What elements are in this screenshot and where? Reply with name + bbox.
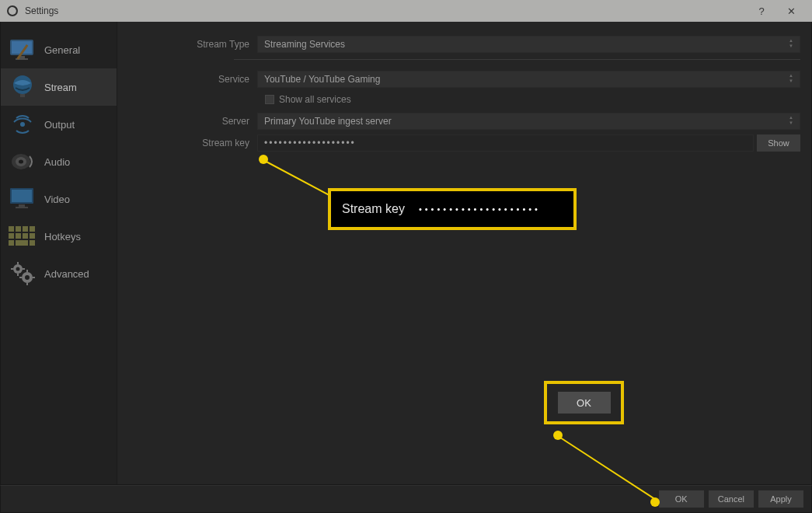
dropdown-spinner-icon: ▲▼: [789, 38, 796, 48]
row-stream-type: Stream Type Streaming Services ▲▼: [117, 34, 800, 54]
svg-point-12: [19, 160, 23, 164]
svg-rect-36: [26, 270, 28, 272]
sidebar-item-label: Advanced: [44, 268, 89, 280]
divider: [234, 59, 800, 60]
label-stream-type: Stream Type: [117, 39, 257, 50]
select-stream-type[interactable]: Streaming Services ▲▼: [257, 36, 800, 53]
sidebar-item-audio[interactable]: Audio: [1, 143, 117, 180]
svg-rect-37: [26, 283, 28, 285]
sidebar-item-label: Video: [44, 194, 70, 205]
svg-rect-15: [19, 204, 25, 207]
svg-rect-14: [12, 190, 32, 202]
sidebar-item-stream[interactable]: Stream: [1, 68, 117, 106]
annotation-dots: ••••••••••••••••••••: [419, 204, 541, 214]
svg-rect-33: [17, 274, 19, 276]
svg-rect-17: [9, 226, 14, 232]
value: •••••••••••••••••••: [264, 138, 356, 148]
sidebar-item-output[interactable]: Output: [1, 106, 117, 143]
input-stream-key[interactable]: •••••••••••••••••••: [257, 134, 754, 152]
screen-icon: [9, 185, 37, 213]
value: Primary YouTube ingest server: [264, 116, 392, 127]
svg-rect-18: [16, 226, 21, 232]
value: YouTube / YouTube Gaming: [264, 74, 380, 85]
svg-rect-34: [11, 268, 13, 270]
svg-rect-20: [30, 226, 35, 232]
monitor-icon: [9, 36, 37, 64]
row-stream-key: Stream key ••••••••••••••••••• Show: [117, 133, 800, 153]
annotation-label: Stream key: [342, 202, 405, 216]
value: Streaming Services: [264, 39, 345, 50]
main-panel: General Stream Output Audio Video: [0, 22, 812, 485]
sidebar-item-label: General: [44, 44, 80, 56]
svg-rect-24: [30, 233, 35, 239]
svg-rect-26: [16, 240, 28, 246]
svg-point-31: [25, 275, 30, 280]
annotation-stream-key: Stream key ••••••••••••••••••••: [328, 188, 577, 230]
label-server: Server: [117, 116, 257, 127]
svg-rect-25: [9, 240, 14, 246]
gears-icon: [9, 260, 37, 288]
row-server: Server Primary YouTube ingest server ▲▼: [117, 111, 800, 131]
svg-rect-27: [30, 240, 35, 246]
svg-rect-23: [23, 233, 28, 239]
help-button[interactable]: ?: [747, 0, 776, 22]
select-service[interactable]: YouTube / YouTube Gaming ▲▼: [257, 71, 800, 88]
sidebar-item-video[interactable]: Video: [1, 180, 117, 218]
keyboard-icon: [9, 222, 37, 250]
globe-icon: [9, 73, 37, 101]
annotation-dot: [259, 155, 268, 164]
svg-rect-21: [9, 233, 14, 239]
svg-rect-19: [23, 226, 28, 232]
svg-rect-8: [20, 94, 25, 97]
svg-rect-39: [33, 277, 35, 278]
row-show-all-services: Show all services: [117, 91, 800, 108]
sidebar-item-label: Audio: [44, 156, 70, 168]
ok-button[interactable]: OK: [659, 490, 704, 508]
dropdown-spinner-icon: ▲▼: [789, 73, 796, 83]
annotation-ok-button: OK: [558, 392, 611, 414]
close-button[interactable]: ✕: [776, 0, 806, 22]
svg-rect-22: [16, 233, 21, 239]
label-show-all-services: Show all services: [279, 94, 351, 105]
speaker-icon: [9, 148, 37, 176]
svg-rect-35: [23, 268, 25, 270]
settings-content: Stream Type Streaming Services ▲▼ Servic…: [117, 22, 811, 484]
sidebar-item-general[interactable]: General: [1, 31, 117, 68]
svg-rect-38: [19, 277, 22, 278]
cancel-button[interactable]: Cancel: [709, 490, 754, 508]
window-title: Settings: [25, 5, 58, 16]
label-service: Service: [117, 74, 257, 85]
sidebar-item-advanced[interactable]: Advanced: [1, 255, 117, 292]
sidebar-item-hotkeys[interactable]: Hotkeys: [1, 218, 117, 255]
footer: OK Cancel Apply: [0, 485, 812, 513]
svg-rect-16: [16, 207, 28, 208]
svg-point-29: [16, 267, 20, 271]
sidebar: General Stream Output Audio Video: [1, 22, 117, 484]
titlebar: Settings ? ✕: [0, 0, 812, 22]
svg-point-9: [20, 122, 25, 127]
obs-app-icon: [6, 5, 19, 17]
annotation-dot: [650, 497, 660, 507]
dropdown-spinner-icon: ▲▼: [789, 115, 796, 125]
show-stream-key-button[interactable]: Show: [757, 134, 800, 152]
sidebar-item-label: Stream: [44, 82, 77, 93]
sidebar-item-label: Hotkeys: [44, 231, 81, 243]
svg-rect-32: [17, 262, 19, 264]
apply-button[interactable]: Apply: [758, 490, 803, 508]
annotation-dot: [553, 431, 563, 440]
broadcast-icon: [9, 110, 37, 138]
annotation-ok: OK: [544, 381, 624, 424]
label-stream-key: Stream key: [117, 138, 257, 148]
row-service: Service YouTube / YouTube Gaming ▲▼: [117, 69, 800, 89]
checkbox-show-all-services[interactable]: [265, 95, 274, 104]
select-server[interactable]: Primary YouTube ingest server ▲▼: [257, 113, 800, 130]
sidebar-item-label: Output: [44, 119, 75, 131]
